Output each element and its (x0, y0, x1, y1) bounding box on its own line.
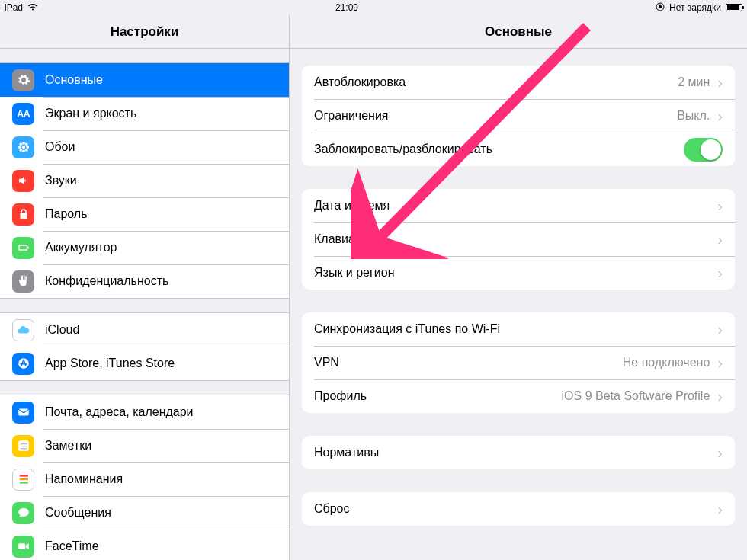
detail-row-value: 2 мин (678, 75, 710, 89)
sidebar-item-label: App Store, iTunes Store (45, 357, 175, 370)
sidebar-item-display[interactable]: AAЭкран и яркость (0, 97, 289, 130)
svg-rect-13 (18, 409, 29, 416)
detail-group: Дата и время›Клавиатура›Язык и регион› (302, 189, 735, 290)
sidebar-item-sounds[interactable]: Звуки (0, 164, 289, 197)
chevron-right-icon: › (717, 444, 723, 462)
toggle-switch[interactable] (684, 138, 723, 162)
speaker-icon (12, 170, 34, 192)
sidebar-item-messages[interactable]: Сообщения (0, 496, 289, 530)
sidebar-item-facetime[interactable]: FaceTime (0, 530, 289, 560)
detail-row-restrictions[interactable]: ОграниченияВыкл.› (302, 99, 735, 133)
appstore-icon (12, 353, 34, 375)
detail-row-regulatory[interactable]: Нормативы› (302, 436, 735, 469)
detail-group: Синхронизация с iTunes по Wi-Fi›VPNНе по… (302, 312, 735, 413)
chevron-right-icon: › (717, 197, 723, 215)
svg-rect-11 (27, 247, 29, 249)
status-time: 21:09 (335, 2, 358, 13)
detail-row-label: Автоблокировка (314, 75, 678, 89)
detail-row-label: VPN (314, 356, 623, 370)
svg-point-4 (18, 146, 21, 149)
detail-row-keyboard[interactable]: Клавиатура› (302, 222, 735, 256)
detail-row-reset[interactable]: Сброс› (302, 492, 735, 526)
detail-row-datetime[interactable]: Дата и время› (302, 189, 735, 222)
chevron-right-icon: › (717, 354, 723, 372)
detail-row-profile[interactable]: ПрофильiOS 9 Beta Software Profile› (302, 379, 735, 413)
batt-icon (12, 237, 34, 259)
detail-row-label: Клавиатура (314, 232, 717, 246)
detail-row-label: Сброс (314, 502, 717, 516)
detail-row-vpn[interactable]: VPNНе подключено› (302, 346, 735, 379)
sidebar-title: Настройки (0, 15, 290, 48)
facetime-icon (12, 536, 34, 558)
sidebar-item-icloud[interactable]: iCloud (0, 313, 289, 347)
gear-icon (12, 69, 34, 91)
sidebar-item-label: Конфиденциальность (45, 274, 168, 288)
detail-row-label: Нормативы (314, 446, 717, 459)
sidebar-item-label: FaceTime (45, 539, 99, 553)
device-label: iPad (5, 2, 23, 13)
detail-group: Сброс› (302, 492, 735, 526)
message-icon (12, 502, 34, 524)
sidebar-group: Почта, адреса, календариЗаметкиНапоминан… (0, 395, 289, 560)
sidebar-group: iCloudApp Store, iTunes Store (0, 312, 289, 381)
sidebar-item-label: iCloud (45, 323, 79, 337)
chevron-right-icon: › (717, 74, 723, 91)
lock-icon (12, 203, 34, 226)
battery-icon (726, 4, 742, 11)
charging-label: Нет зарядки (669, 2, 721, 13)
flower-icon (12, 136, 34, 158)
sidebar-item-general[interactable]: Основные (0, 63, 289, 97)
sidebar-item-label: Аккумулятор (45, 241, 117, 254)
sidebar-item-appstore[interactable]: App Store, iTunes Store (0, 347, 289, 380)
sidebar-item-label: Сообщения (45, 506, 111, 520)
sidebar-item-label: Почта, адреса, календари (45, 405, 194, 419)
sidebar-item-notes[interactable]: Заметки (0, 429, 289, 462)
detail-group: Нормативы› (302, 436, 735, 469)
svg-rect-14 (18, 440, 29, 451)
detail-row-value: Не подключено (623, 356, 710, 370)
notes-icon (12, 435, 34, 457)
sidebar-item-mail[interactable]: Почта, адреса, календари (0, 395, 289, 429)
detail-row-label: Заблокировать/разблокировать (314, 142, 684, 156)
detail-row-label: Дата и время (314, 199, 717, 213)
sidebar-group: ОсновныеAAЭкран и яркостьОбоиЗвукиПароль… (0, 62, 289, 299)
reminders-icon (12, 469, 34, 491)
detail-row-value: Выкл. (677, 109, 710, 123)
chevron-right-icon: › (717, 501, 723, 518)
chevron-right-icon: › (717, 388, 723, 405)
detail-row-label: Язык и регион (314, 266, 717, 280)
sidebar-item-label: Напоминания (45, 472, 123, 486)
svg-point-1 (21, 146, 25, 149)
svg-point-3 (22, 149, 25, 152)
detail-row-value: iOS 9 Beta Software Profile (562, 389, 710, 403)
svg-point-6 (19, 142, 22, 146)
detail-group: Автоблокировка2 мин›ОграниченияВыкл.›Заб… (302, 66, 735, 166)
chevron-right-icon: › (717, 231, 723, 248)
svg-point-2 (22, 142, 25, 145)
mail-icon (12, 402, 34, 424)
detail-row-label: Синхронизация с iTunes по Wi-Fi (314, 322, 717, 336)
svg-point-9 (24, 149, 27, 152)
status-bar: iPad 21:09 Нет зарядки (0, 0, 747, 15)
sidebar-item-privacy[interactable]: Конфиденциальность (0, 264, 289, 298)
chevron-right-icon: › (717, 321, 723, 338)
sidebar-item-reminders[interactable]: Напоминания (0, 462, 289, 496)
detail-row-label: Ограничения (314, 109, 677, 123)
detail-row-itunessync[interactable]: Синхронизация с iTunes по Wi-Fi› (302, 312, 735, 346)
sidebar-item-battery[interactable]: Аккумулятор (0, 231, 289, 264)
svg-point-5 (26, 146, 29, 149)
chevron-right-icon: › (717, 107, 723, 125)
cloud-icon (12, 319, 34, 341)
detail-row-lockunlock[interactable]: Заблокировать/разблокировать (302, 133, 735, 166)
detail-row-autolock[interactable]: Автоблокировка2 мин› (302, 66, 735, 99)
sidebar-item-passcode[interactable]: Пароль (0, 197, 289, 231)
svg-point-7 (24, 142, 27, 146)
sidebar-item-label: Основные (45, 73, 103, 87)
detail-row-language[interactable]: Язык и регион› (302, 256, 735, 290)
sidebar-item-label: Пароль (45, 207, 88, 221)
wifi-icon (27, 2, 38, 13)
sidebar-item-label: Заметки (45, 439, 91, 453)
svg-rect-10 (19, 245, 27, 250)
detail-row-label: Профиль (314, 389, 562, 403)
sidebar-item-wallpaper[interactable]: Обои (0, 130, 289, 164)
